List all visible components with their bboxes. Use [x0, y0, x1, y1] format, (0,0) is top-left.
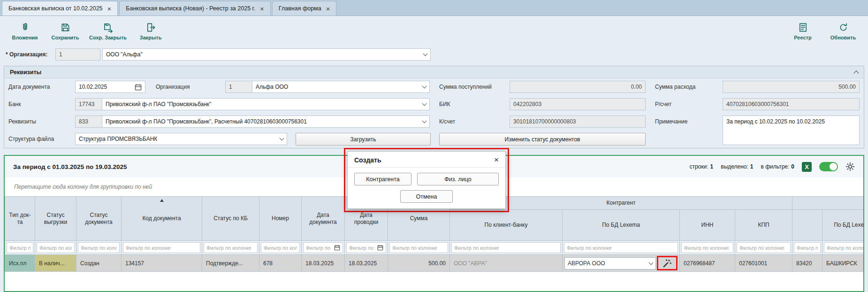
attachments-button[interactable]: Вложения: [5, 17, 45, 45]
column-header-bank-by-db[interactable]: По БД Lexema: [822, 210, 864, 241]
filter-input[interactable]: [9, 245, 30, 251]
cell-kb-status[interactable]: Подтвержде...: [202, 255, 259, 272]
filter-input[interactable]: [206, 245, 255, 251]
filter-input[interactable]: [126, 245, 198, 251]
save-button[interactable]: Сохранить: [45, 17, 85, 45]
filter-input[interactable]: [349, 245, 375, 251]
file-structure-label: Структура файла: [8, 133, 54, 145]
column-header-extra[interactable]: [792, 210, 822, 241]
table-row[interactable]: Исх.пл В налич... Создан 134157 Подтверж…: [5, 255, 865, 272]
filter-input[interactable]: [684, 245, 731, 251]
cell-posting-date[interactable]: 18.03.2025: [345, 255, 388, 272]
filter-cell: [822, 241, 864, 255]
note-textarea[interactable]: За период с 10.02.2025 по 10.02.2025: [723, 115, 860, 145]
doc-date-field[interactable]: 10.02.2025: [75, 81, 145, 93]
create-counterparty-button[interactable]: Контрагента: [354, 173, 411, 185]
tab-bank-statement-registry[interactable]: Банковская выписка (Новая) - Реестр за 2…: [119, 1, 271, 15]
dialog-body: Контрагента Физ. лицо Отмена: [348, 168, 505, 208]
filter-input[interactable]: [81, 245, 117, 251]
collapse-panel-icon[interactable]: [853, 70, 859, 76]
gear-icon[interactable]: [845, 162, 855, 171]
bik-field[interactable]: 042202803: [510, 98, 646, 110]
column-header-doc-status[interactable]: Статус документа: [76, 197, 122, 241]
tab-close-icon[interactable]: ×: [260, 5, 264, 12]
filter-cell: [259, 241, 302, 255]
tab-close-icon[interactable]: ×: [326, 5, 330, 12]
filter-input[interactable]: [567, 245, 675, 251]
bank-code-field[interactable]: 17743: [75, 98, 102, 110]
cell-doc-code[interactable]: 134157: [122, 255, 202, 272]
chevron-down-icon: [422, 101, 427, 106]
cell-doc-type[interactable]: Исх.пл: [5, 255, 35, 272]
doc-date-label: Дата документа: [8, 81, 50, 93]
cancel-button[interactable]: Отмена: [400, 190, 453, 203]
note-label: Примечание: [655, 115, 687, 128]
cell-inn[interactable]: 0276968487: [680, 255, 735, 272]
requisites-label: Реквизиты: [8, 115, 36, 128]
tab-main-form[interactable]: Главная форма ×: [272, 1, 337, 15]
cell-extra[interactable]: 83420: [792, 255, 822, 272]
column-header-upload-status[interactable]: Статус выгрузки: [35, 197, 76, 241]
requisites-code-field[interactable]: 833: [75, 115, 102, 128]
filter-input[interactable]: [39, 245, 72, 251]
column-header-kb-status[interactable]: Статус по КБ: [202, 197, 259, 241]
refresh-icon: [838, 22, 849, 33]
calendar-icon[interactable]: [377, 245, 383, 251]
corr-account-field[interactable]: 30101810700000000803: [510, 115, 646, 128]
cell-by-client-bank[interactable]: ООО "АВРА": [450, 255, 563, 272]
create-person-button[interactable]: Физ. лицо: [417, 173, 499, 185]
dialog-close-icon[interactable]: ×: [494, 156, 499, 164]
tab-label: Банковская выписка (Новая) - Реестр за 2…: [126, 5, 255, 12]
column-header-doc-code[interactable]: Код документа: [122, 197, 202, 241]
tab-close-icon[interactable]: ×: [107, 5, 112, 12]
tab-bank-statement[interactable]: Банковская выписка от 10.02.2025 ×: [2, 1, 118, 15]
column-header-doc-date[interactable]: Дата документа: [302, 197, 345, 241]
expense-field[interactable]: 500.00: [723, 81, 860, 93]
column-header-by-client-bank[interactable]: По клиент-банку: [450, 210, 563, 241]
bank-select[interactable]: Приволжский ф-л ПАО "Промсвязьбанк": [102, 98, 430, 110]
cell-upload-status[interactable]: В налич...: [35, 255, 76, 272]
filter-input[interactable]: [739, 245, 788, 251]
change-status-button[interactable]: Изменить статус документов: [439, 133, 646, 146]
close-button[interactable]: Закрыть: [130, 17, 171, 45]
column-header-number[interactable]: Номер: [259, 197, 302, 241]
filter-input[interactable]: [797, 245, 818, 251]
calendar-icon[interactable]: [334, 245, 340, 251]
organization-detail-code-field[interactable]: 1: [225, 81, 252, 93]
cell-amount[interactable]: 500.00: [388, 255, 450, 272]
organization-select[interactable]: ООО "Альфа": [102, 48, 431, 61]
column-header-inn[interactable]: ИНН: [680, 210, 735, 241]
cell-bank-by-db[interactable]: БАШКИРСК: [822, 255, 864, 272]
column-header-by-db-lexema[interactable]: По БД Lexema: [563, 210, 680, 241]
organization-detail-select[interactable]: Альфа ООО: [252, 81, 430, 93]
cell-kpp[interactable]: 027601001: [735, 255, 792, 272]
filter-input[interactable]: [827, 245, 864, 251]
filter-input[interactable]: [306, 245, 332, 251]
refresh-button[interactable]: Обновить: [823, 17, 863, 45]
filter-input[interactable]: [392, 245, 445, 251]
requisites-select[interactable]: Приволжский ф-л ПАО "Промсвязьбанк", Рас…: [102, 115, 430, 128]
registry-button[interactable]: Реестр: [783, 17, 823, 45]
income-field[interactable]: 0.00: [510, 81, 646, 93]
cell-doc-status[interactable]: Создан: [76, 255, 122, 272]
filter-cell: [680, 241, 735, 255]
column-group-empty: [792, 197, 864, 210]
magic-wand-icon[interactable]: [662, 258, 672, 269]
cell-doc-date[interactable]: 18.03.2025: [302, 255, 345, 272]
organization-code-field[interactable]: 1: [55, 48, 100, 61]
filter-cell: [563, 241, 680, 255]
load-button[interactable]: Загрузить: [296, 133, 431, 146]
save-close-button[interactable]: Сохр. Закрыть: [85, 17, 130, 45]
filter-input[interactable]: [454, 245, 558, 251]
account-label: Р/счет: [655, 98, 671, 110]
account-field[interactable]: 40702810603000756301: [723, 98, 860, 110]
file-structure-select[interactable]: Структура ПРОМСВЯЗЬБАНК: [75, 133, 287, 145]
toolbar: Вложения Сохранить Сохр. Закрыть Закрыть…: [0, 16, 868, 46]
filter-input[interactable]: [264, 245, 297, 251]
column-header-kpp[interactable]: КПП: [735, 210, 792, 241]
excel-export-icon[interactable]: X: [802, 162, 812, 172]
lexema-counterparty-select[interactable]: АВРОРА ООО: [564, 257, 656, 269]
column-header-doc-type[interactable]: Тип док-та: [5, 197, 35, 241]
toggle-switch[interactable]: [819, 162, 838, 171]
cell-number[interactable]: 678: [259, 255, 302, 272]
